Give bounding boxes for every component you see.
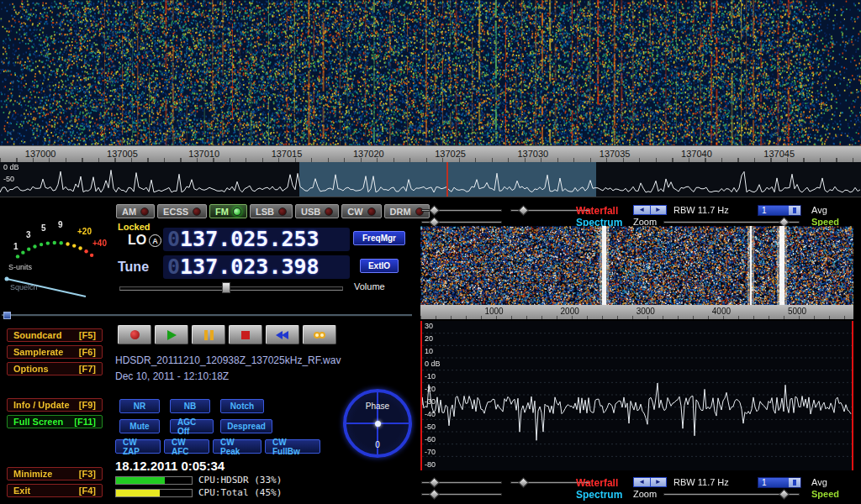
minimize-button[interactable]: Minimize [F3] — [7, 467, 103, 480]
spinner-grip-icon[interactable] — [789, 206, 800, 215]
waterfall-control-row-bottom: Waterfall ◄ ► RBW 11.7 Hz 1 Avg — [418, 477, 861, 488]
offset-slider[interactable] — [421, 493, 502, 496]
extio-button[interactable]: ExtIO — [360, 259, 399, 273]
fullscreen-button[interactable]: Full Screen [F11] — [7, 415, 103, 428]
arrow-left-icon[interactable]: ◄ — [634, 478, 650, 486]
cw-zap-button[interactable]: CW ZAP — [115, 439, 161, 454]
mode-led-icon — [325, 207, 333, 216]
mode-ecss-button[interactable]: ECSS — [157, 204, 207, 218]
record-button[interactable] — [118, 325, 151, 344]
freq-label: 137035 — [600, 149, 631, 159]
db-label: -80 — [425, 461, 441, 469]
arrow-right-icon[interactable]: ► — [650, 206, 667, 214]
stop-button[interactable] — [229, 325, 262, 344]
volume-slider[interactable] — [119, 282, 343, 293]
vfo-a-badge[interactable]: A — [149, 234, 161, 247]
freqmgr-button[interactable]: FreqMgr — [353, 231, 405, 245]
freq-label: 137000 — [25, 149, 56, 159]
button-hotkey: [F9] — [79, 400, 96, 410]
squelch-slider-track[interactable] — [2, 314, 412, 317]
slider-handle[interactable] — [429, 477, 440, 488]
avg-select[interactable]: 1 — [758, 477, 801, 488]
transport-controls — [118, 325, 336, 344]
options-button[interactable]: Options [F7] — [7, 362, 103, 375]
phase-dot — [375, 421, 381, 427]
button-hotkey: [F4] — [79, 486, 96, 496]
cw-peak-button[interactable]: CW Peak — [213, 439, 261, 454]
meter-scale-dots — [16, 241, 93, 259]
agc-button[interactable]: AGC Off — [170, 419, 214, 433]
tune-marker[interactable] — [446, 162, 448, 197]
af-freq-label: 4000 — [712, 307, 731, 316]
samplerate-button[interactable]: Samplerate [F6] — [7, 345, 103, 359]
brightness-slider[interactable] — [421, 209, 502, 212]
mode-lsb-button[interactable]: LSB — [250, 204, 293, 218]
freq-label: 137030 — [517, 149, 548, 159]
play-button[interactable] — [155, 325, 188, 344]
slider-handle[interactable] — [518, 477, 529, 488]
slider-handle[interactable] — [779, 489, 790, 500]
exit-button[interactable]: Exit [F4] — [7, 484, 103, 497]
brightness-slider[interactable] — [421, 481, 502, 484]
info-update-button[interactable]: Info / Update [F9] — [7, 398, 103, 412]
rewind-button[interactable] — [266, 325, 299, 344]
meter-tick: 1 — [13, 242, 18, 251]
zoom-slider[interactable] — [663, 221, 800, 223]
button-label: Options — [13, 364, 49, 374]
slider-handle[interactable] — [429, 489, 440, 500]
button-hotkey: [F5] — [79, 330, 96, 340]
nr-button[interactable]: NR — [119, 399, 160, 413]
pause-button[interactable] — [192, 325, 225, 344]
main-waterfall-display[interactable] — [0, 0, 861, 145]
freq-label: 137005 — [107, 149, 138, 159]
db-label: -50 — [3, 175, 14, 183]
spinner-grip-icon[interactable] — [789, 478, 800, 487]
meter-tick: 3 — [26, 230, 31, 239]
frequency-ruler[interactable]: 137000 137005 137010 137015 137020 13702… — [0, 145, 861, 162]
squelch-slider[interactable] — [2, 312, 412, 319]
zoom-slider[interactable] — [663, 493, 800, 496]
cw-fullbw-button[interactable]: CW FullBw — [265, 439, 320, 454]
volume-slider-track[interactable] — [119, 286, 343, 291]
db-label: -70 — [425, 449, 441, 456]
mute-button[interactable]: Mute — [119, 419, 160, 433]
main-spectrum-display[interactable]: 0 dB -50 — [0, 162, 861, 197]
freq-label: 137010 — [188, 149, 219, 159]
slider-handle[interactable] — [518, 205, 529, 216]
arrow-left-icon[interactable]: ◄ — [634, 206, 650, 214]
tune-frequency-display[interactable]: 0137.023.398 — [163, 255, 350, 279]
despread-button[interactable]: Despread — [220, 419, 272, 433]
button-label: Full Screen — [13, 417, 63, 427]
squelch-slider-handle[interactable] — [3, 312, 11, 319]
af-spectrum-trace — [422, 321, 852, 469]
mode-fm-button[interactable]: FM — [209, 204, 247, 218]
soundcard-button[interactable]: Soundcard [F5] — [7, 328, 103, 342]
slider-handle[interactable] — [429, 205, 440, 216]
af-frequency-ruler[interactable]: 1000 2000 3000 4000 5000 — [420, 305, 853, 319]
offset-slider[interactable] — [421, 221, 502, 223]
loop-button[interactable] — [303, 325, 336, 344]
button-label: Exit — [13, 486, 30, 496]
mode-am-button[interactable]: AM — [116, 204, 155, 218]
af-waterfall-display[interactable] — [420, 226, 853, 305]
waterfall-shift-control[interactable]: ◄ ► — [633, 205, 667, 215]
nb-button[interactable]: NB — [170, 399, 210, 413]
avg-value: 1 — [758, 478, 789, 487]
sunits-label: S-units — [8, 263, 33, 271]
notch-button[interactable]: Notch — [220, 399, 264, 413]
avg-label: Avg — [811, 205, 827, 215]
meter-tick: +20 — [77, 227, 92, 236]
waterfall-shift-control[interactable]: ◄ ► — [633, 477, 667, 487]
volume-slider-handle[interactable] — [222, 282, 230, 293]
waterfall-control-row-top: Waterfall ◄ ► RBW 11.7 Hz 1 Avg — [418, 205, 861, 216]
lo-frequency-display[interactable]: 0137.025.253 — [163, 228, 350, 251]
avg-select[interactable]: 1 — [758, 205, 801, 216]
mode-usb-button[interactable]: USB — [295, 204, 339, 218]
af-spectrum-display[interactable]: 30 20 10 0 dB -10 -20 -30 -40 -50 -60 -7… — [420, 321, 853, 470]
db-label: -10 — [425, 373, 441, 381]
cw-afc-button[interactable]: CW AFC — [164, 439, 209, 454]
arrow-right-icon[interactable]: ► — [650, 478, 667, 486]
locked-indicator: Locked — [118, 222, 151, 232]
needle-tip — [5, 277, 9, 281]
mode-cw-button[interactable]: CW — [341, 204, 381, 218]
